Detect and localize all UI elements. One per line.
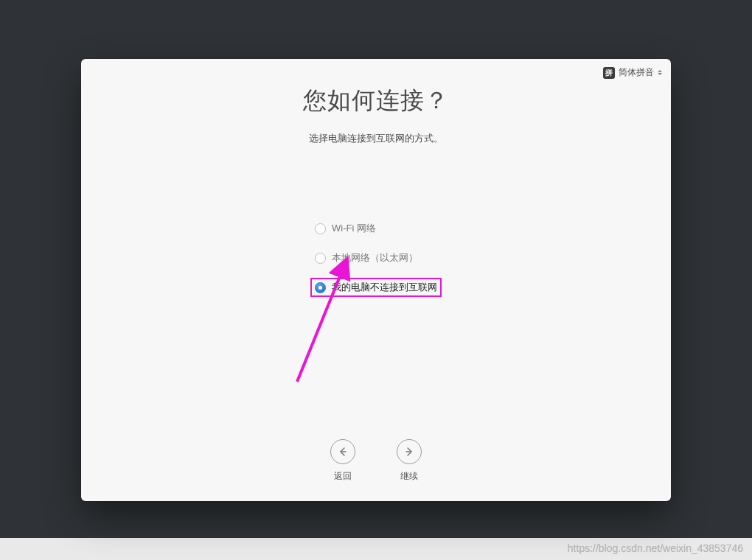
setup-window: 拼 简体拼音 您如何连接？ 选择电脑连接到互联网的方式。 Wi-Fi 网络 本地… — [81, 59, 671, 501]
arrow-right-icon — [397, 439, 422, 464]
arrow-left-icon — [330, 439, 355, 464]
nav-bar: 返回 继续 — [81, 435, 671, 501]
ime-label: 简体拼音 — [619, 66, 654, 79]
content-area: 您如何连接？ 选择电脑连接到互联网的方式。 Wi-Fi 网络 本地网络（以太网）… — [81, 59, 671, 435]
option-label: Wi-Fi 网络 — [332, 222, 376, 235]
nav-label: 继续 — [400, 470, 418, 483]
option-label: 本地网络（以太网） — [332, 251, 418, 265]
connection-options: Wi-Fi 网络 本地网络（以太网） 我的电脑不连接到互联网 — [310, 219, 442, 297]
page-subtitle: 选择电脑连接到互联网的方式。 — [309, 132, 443, 145]
page-title: 您如何连接？ — [303, 85, 449, 117]
radio-icon — [315, 253, 326, 264]
ime-badge-icon: 拼 — [603, 67, 615, 79]
radio-selected-icon — [315, 282, 326, 293]
continue-button[interactable]: 继续 — [397, 439, 422, 483]
watermark-text: https://blog.csdn.net/weixin_43853746 — [568, 542, 743, 554]
option-wifi[interactable]: Wi-Fi 网络 — [310, 219, 380, 238]
nav-label: 返回 — [334, 470, 352, 483]
option-label: 我的电脑不连接到互联网 — [332, 281, 437, 294]
back-button[interactable]: 返回 — [330, 439, 355, 483]
radio-icon — [315, 223, 326, 234]
option-ethernet[interactable]: 本地网络（以太网） — [310, 248, 422, 267]
input-method-indicator[interactable]: 拼 简体拼音 — [603, 66, 662, 79]
option-no-internet[interactable]: 我的电脑不连接到互联网 — [310, 278, 442, 297]
updown-chevron-icon — [658, 70, 662, 75]
